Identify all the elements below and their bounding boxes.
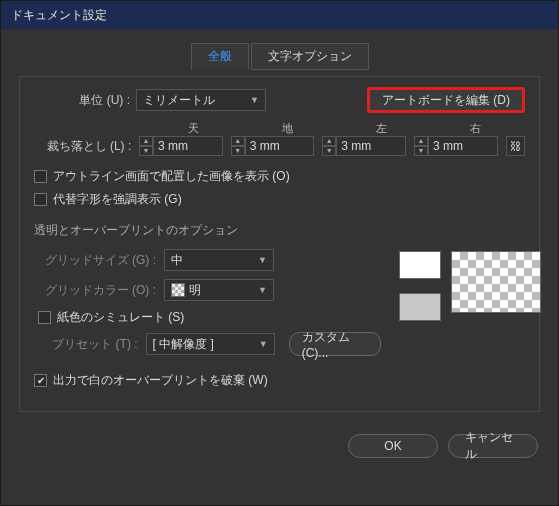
discard-white-overprint-checkbox[interactable]: ✔	[34, 374, 47, 387]
grid-size-select[interactable]: 中 ▼	[164, 249, 274, 271]
preset-label: プリセット (T) :	[36, 336, 138, 353]
bleed-bottom-value[interactable]: 3 mm	[245, 136, 315, 156]
bleed-top-value[interactable]: 3 mm	[153, 136, 223, 156]
simulate-paper-checkbox[interactable]	[38, 311, 51, 324]
bleed-header-bottom: 地	[240, 121, 334, 136]
grid-color-value: 明	[189, 282, 201, 299]
bleed-right-value[interactable]: 3 mm	[428, 136, 498, 156]
units-value: ミリメートル	[143, 92, 215, 109]
link-icon[interactable]: ⛓	[506, 136, 526, 156]
bleed-top-input[interactable]: ▲▼ 3 mm	[139, 136, 223, 156]
units-label: 単位 (U) :	[34, 92, 130, 109]
bleed-header-right: 右	[428, 121, 522, 136]
document-settings-dialog: ドキュメント設定 全般 文字オプション 単位 (U) : ミリメートル ▼ アー…	[0, 0, 559, 506]
bleed-left-input[interactable]: ▲▼ 3 mm	[322, 136, 406, 156]
alt-glyphs-label: 代替字形を強調表示 (G)	[53, 191, 182, 208]
edit-artboards-label: アートボードを編集 (D)	[382, 92, 510, 109]
bleed-header-top: 天	[146, 121, 240, 136]
simulate-paper-label: 紙色のシミュレート (S)	[57, 309, 184, 326]
grid-color-select[interactable]: 明 ▼	[164, 279, 274, 301]
grid-color-label: グリッドカラー (O) :	[36, 282, 156, 299]
preset-value: [ 中解像度 ]	[153, 336, 214, 353]
bleed-left-value[interactable]: 3 mm	[336, 136, 406, 156]
chevron-down-icon: ▼	[259, 339, 268, 349]
outline-images-label: アウトライン画面で配置した画像を表示 (O)	[53, 168, 290, 185]
caret-up-icon[interactable]: ▲	[414, 136, 428, 146]
bleed-bottom-input[interactable]: ▲▼ 3 mm	[231, 136, 315, 156]
caret-down-icon[interactable]: ▼	[322, 146, 336, 156]
grid-size-value: 中	[171, 252, 183, 269]
edit-artboards-button[interactable]: アートボードを編集 (D)	[367, 87, 525, 113]
dialog-content: 全般 文字オプション 単位 (U) : ミリメートル ▼ アートボードを編集 (…	[1, 29, 558, 422]
outline-images-checkbox[interactable]	[34, 170, 47, 183]
grid-color-swatch-dark[interactable]	[399, 293, 441, 321]
grid-color-swatch-light[interactable]	[399, 251, 441, 279]
tab-general[interactable]: 全般	[191, 43, 249, 70]
bleed-label: 裁ち落とし (L) :	[34, 138, 131, 155]
cancel-button[interactable]: キャンセル	[448, 434, 538, 458]
chevron-down-icon: ▼	[258, 255, 267, 265]
ok-button[interactable]: OK	[348, 434, 438, 458]
caret-down-icon[interactable]: ▼	[414, 146, 428, 156]
swatch-icon	[171, 283, 185, 297]
ok-label: OK	[384, 439, 401, 453]
tab-bar: 全般 文字オプション	[19, 43, 540, 70]
grid-size-label: グリッドサイズ (G) :	[36, 252, 156, 269]
dialog-footer: OK キャンセル	[1, 422, 558, 470]
transparency-section-label: 透明とオーバープリントのオプション	[34, 222, 525, 239]
units-select[interactable]: ミリメートル ▼	[136, 89, 266, 111]
preset-select[interactable]: [ 中解像度 ] ▼	[146, 333, 275, 355]
bleed-header-left: 左	[334, 121, 428, 136]
dialog-title: ドキュメント設定	[1, 1, 558, 29]
settings-group: 単位 (U) : ミリメートル ▼ アートボードを編集 (D) 天 地 左 右 …	[19, 76, 540, 412]
tab-typography[interactable]: 文字オプション	[251, 43, 369, 70]
alt-glyphs-checkbox[interactable]	[34, 193, 47, 206]
caret-down-icon[interactable]: ▼	[231, 146, 245, 156]
transparency-preview	[451, 251, 541, 313]
caret-up-icon[interactable]: ▲	[139, 136, 153, 146]
caret-down-icon[interactable]: ▼	[139, 146, 153, 156]
caret-up-icon[interactable]: ▲	[231, 136, 245, 146]
custom-button-label: カスタム (C)...	[302, 329, 368, 360]
bleed-right-input[interactable]: ▲▼ 3 mm	[414, 136, 498, 156]
chevron-down-icon: ▼	[250, 95, 259, 105]
bleed-headers: 天 地 左 右	[146, 121, 525, 136]
custom-button[interactable]: カスタム (C)...	[289, 332, 381, 356]
chevron-down-icon: ▼	[258, 285, 267, 295]
cancel-label: キャンセル	[465, 429, 521, 463]
bleed-row: 裁ち落とし (L) : ▲▼ 3 mm ▲▼ 3 mm ▲▼ 3 mm ▲▼ 3…	[34, 136, 525, 156]
caret-up-icon[interactable]: ▲	[322, 136, 336, 146]
discard-white-overprint-label: 出力で白のオーバープリントを破棄 (W)	[53, 372, 268, 389]
